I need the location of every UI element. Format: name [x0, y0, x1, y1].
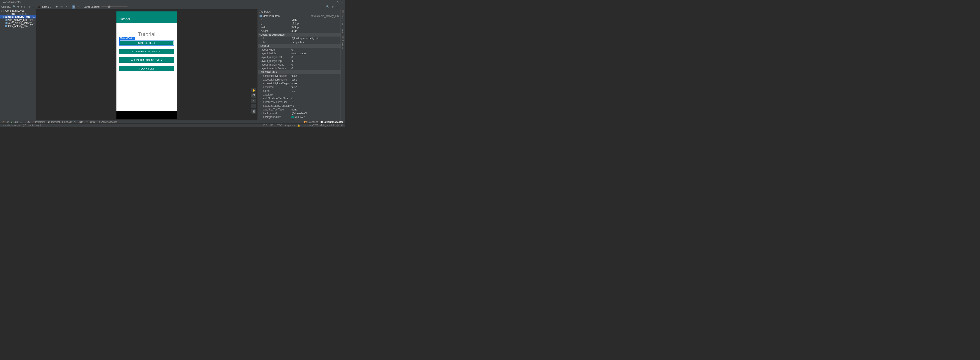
app-bar: Tutorial	[116, 15, 177, 23]
layers-icon[interactable]: ❐	[251, 93, 256, 98]
minimize-panel-icon[interactable]: —	[32, 5, 34, 9]
device-content: Tutorial MaterialButtonSIMPLE TESTINTERN…	[116, 23, 177, 111]
tree-item[interactable]: wifi_activity_btn- "Int…	[0, 19, 36, 22]
app-inspection-tab[interactable]: ✦App Inspection	[99, 121, 118, 124]
preview-button[interactable]: SIMPLE TEST	[119, 40, 174, 46]
layout-canvas[interactable]: Tutorial Tutorial MaterialButtonSIMPLE T…	[36, 9, 258, 120]
attr-row[interactable]: autoSizeStepGranularity-1	[258, 104, 340, 108]
zoom-out-icon[interactable]: −	[251, 104, 256, 108]
attr-x: x16dp	[258, 18, 340, 22]
component-tree[interactable]: ▾▾ ConstraintLayout Abtitle- "Tutorial"s…	[0, 9, 36, 120]
eye-icon[interactable]: 👁	[55, 5, 58, 9]
preview-button[interactable]: ALERT DIALOG ACTIVITY	[119, 57, 174, 63]
attr-row[interactable]: accessibilityLiveRegionnone	[258, 81, 340, 85]
mode-3d-icon[interactable]: ▣	[72, 5, 75, 9]
indent[interactable]: 4 spaces	[285, 124, 294, 127]
filter-icon[interactable]: ≡	[21, 5, 22, 9]
preview-button[interactable]: INTERNET AVAILABILITY	[119, 49, 174, 54]
profiler-tab[interactable]: 〰Profiler	[86, 121, 96, 123]
tree-item[interactable]: flaky_activity_btn- "Fl…	[0, 25, 36, 28]
strip-icon[interactable]	[342, 36, 344, 38]
layer-spacing-label: Layer Spacing:	[84, 5, 100, 8]
refresh-icon[interactable]: ⟳	[60, 5, 63, 9]
view-icon	[5, 25, 6, 27]
status-bar-area	[116, 11, 177, 15]
event-log-tab[interactable]: 1Event Log	[304, 121, 318, 123]
zoom-fit-icon[interactable]: ▣	[251, 109, 256, 114]
preview-button[interactable]: FLAKY TEST	[119, 66, 174, 71]
reload-icon[interactable]: ⟲	[76, 5, 80, 9]
attr-row[interactable]: accessibilityFocusedfalse	[258, 74, 340, 78]
terminal-tab[interactable]: ▣Terminal	[48, 121, 60, 124]
encoding[interactable]: UTF-8	[275, 124, 282, 127]
attr-row[interactable]: accessibilityHeadingfalse	[258, 78, 340, 81]
attr-row[interactable]: autoSizeTextTypenone	[258, 108, 340, 111]
device-file-explorer-tab[interactable]: Device File Explorer	[342, 14, 344, 35]
build-tab[interactable]: 🔨Build	[74, 121, 83, 124]
window-title: Layout Inspector	[2, 1, 336, 4]
caret-position[interactable]: 10:1	[262, 124, 267, 127]
selected-component-row[interactable]: MaterialButton @id/simple_activity_btn	[258, 14, 340, 18]
run-tab[interactable]: ▶Run	[11, 121, 18, 124]
gear-icon[interactable]: ⚙	[331, 5, 334, 9]
text-icon: Ab	[7, 13, 10, 15]
attributes-panel: Attributes MaterialButton @id/simple_act…	[258, 9, 340, 120]
logcat-tab[interactable]: ≡Logcat	[62, 121, 72, 123]
status-extra-icon[interactable]: ⊞	[341, 124, 343, 127]
search-icon[interactable]: 🔍	[13, 5, 16, 9]
todo-tab[interactable]: ☰TODO	[20, 121, 30, 124]
attr-layout-marginBottom: layout_marginBottom0	[258, 67, 340, 70]
tree-panel-label: Compo…	[1, 5, 11, 8]
status-bar: Launch succeeded (16 minutes ago) 10:1 L…	[0, 124, 345, 127]
device-icon[interactable]: 📱	[37, 5, 41, 9]
attr-row[interactable]: ›background@drawable/?	[258, 111, 340, 115]
zoom-in-icon[interactable]: +	[251, 98, 256, 103]
gear-icon[interactable]: ⚙	[336, 1, 339, 4]
tree-item[interactable]: alert_dialog_activity_…	[0, 22, 36, 25]
minimize-icon[interactable]: —	[340, 1, 343, 4]
attr-layout-width: layout_width0	[258, 48, 340, 51]
tree-item[interactable]: Abtitle- "Tutorial"	[0, 12, 36, 16]
tree-item[interactable]: simple_activity_btn- "…	[0, 16, 36, 19]
process-selector[interactable]: tutorial ▾	[42, 5, 51, 8]
strip-icon[interactable]	[342, 10, 344, 13]
status-extra-icon[interactable]: ◩	[336, 124, 339, 127]
attr-row[interactable]: activatedfalse	[258, 85, 340, 89]
attr-id: ›id@id/simple_activity_btn	[258, 36, 340, 40]
heading-text: Tutorial	[138, 31, 156, 37]
main-toolbar: Compo… 🔍 👁 ≡ ↕ ⚙ — 📱 tutorial ▾ 👁 ⟳ ↗ ▣ …	[0, 5, 345, 9]
section-layout[interactable]: ▾Layout	[258, 44, 340, 48]
view-icon	[5, 19, 8, 21]
section-all[interactable]: ▾All Attributes	[258, 70, 340, 74]
emulator-tab[interactable]: Emulator	[342, 40, 344, 50]
minimize-panel-icon[interactable]: —	[336, 5, 339, 9]
selection-tag: MaterialButton	[119, 37, 135, 40]
attr-layout-marginTop: layout_marginTop42	[258, 59, 340, 63]
gear-icon[interactable]: ⚙	[29, 5, 30, 9]
line-separator[interactable]: LF	[270, 124, 273, 127]
problems-tab[interactable]: ⊘Problems	[32, 121, 45, 124]
attr-row[interactable]: ›backgroundTint#008577	[258, 115, 340, 119]
pan-icon[interactable]: ✋	[251, 88, 256, 92]
attr-row[interactable]: autoLink	[258, 93, 340, 97]
layout-inspector-tab[interactable]: ▦Layout Inspector	[320, 121, 343, 124]
tree-root[interactable]: ▾▾ ConstraintLayout	[0, 9, 36, 12]
git-branch[interactable]: ⎇issue-372/update_tutorial	[303, 124, 334, 127]
git-tab[interactable]: ⎇Git	[2, 121, 9, 124]
search-attributes-icon[interactable]: 🔍	[326, 5, 329, 9]
attr-row[interactable]: autoSizeMinTextSize-1	[258, 100, 340, 104]
attributes-title: Attributes	[259, 10, 339, 13]
section-declared[interactable]: ▾Declared Attributes	[258, 33, 340, 36]
attr-row[interactable]: alpha1.0	[258, 89, 340, 93]
sort-icon[interactable]: ↕	[24, 5, 25, 9]
eye-icon[interactable]: 👁	[17, 5, 19, 9]
attr-row[interactable]: autoSizeMaxTextSize-1	[258, 97, 340, 100]
attr-width: width379dp	[258, 25, 340, 29]
attr-height: height48dp	[258, 29, 340, 33]
window-titlebar: Layout Inspector ⚙ —	[0, 0, 345, 5]
export-icon[interactable]: ↗	[65, 5, 68, 9]
lock-icon[interactable]: 🔒	[297, 124, 300, 127]
device-preview: Tutorial Tutorial MaterialButtonSIMPLE T…	[116, 11, 177, 119]
layer-spacing-slider[interactable]	[101, 6, 128, 7]
status-message: Launch succeeded (16 minutes ago)	[2, 124, 41, 127]
